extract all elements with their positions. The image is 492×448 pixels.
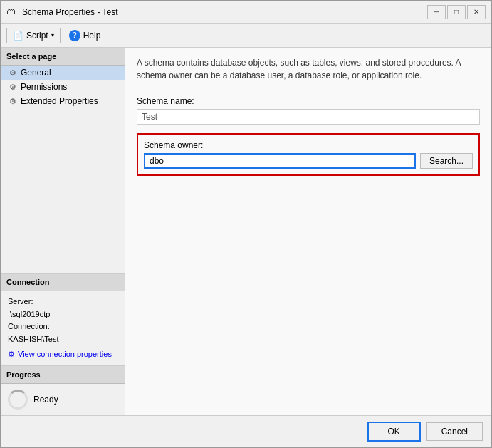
view-link-text: View connection properties bbox=[18, 348, 112, 361]
view-connection-link[interactable]: ⚙ View connection properties bbox=[8, 348, 117, 361]
progress-content: Ready bbox=[1, 384, 125, 415]
connection-section-label: Connection bbox=[1, 274, 125, 291]
chevron-down-icon: ▾ bbox=[51, 32, 54, 38]
main-window: 🗃 Schema Properties - Test ─ □ ✕ 📄 Scrip… bbox=[0, 0, 492, 448]
sidebar-item-extended-properties[interactable]: ⚙ Extended Properties bbox=[1, 94, 125, 108]
server-value: .\sql2019ctp bbox=[8, 308, 117, 321]
maximize-button[interactable]: □ bbox=[447, 5, 466, 19]
progress-spinner bbox=[8, 390, 28, 410]
sidebar-spacer bbox=[1, 108, 125, 273]
connection-label: Connection: bbox=[8, 321, 117, 333]
progress-section-label: Progress bbox=[1, 366, 125, 384]
cancel-button[interactable]: Cancel bbox=[426, 422, 483, 441]
toolbar: 📄 Script ▾ ? Help bbox=[1, 24, 491, 48]
progress-status: Ready bbox=[33, 395, 58, 405]
connection-value: KASHISH\Test bbox=[8, 333, 117, 346]
schema-name-input[interactable] bbox=[137, 109, 480, 125]
help-icon: ? bbox=[69, 30, 80, 41]
connection-content: Server: .\sql2019ctp Connection: KASHISH… bbox=[1, 291, 125, 365]
sidebar: Select a page ⚙ General ⚙ Permissions ⚙ … bbox=[1, 48, 125, 415]
main-panel: A schema contains database objects, such… bbox=[125, 48, 491, 415]
window-title: Schema Properties - Test bbox=[22, 7, 118, 17]
title-bar: 🗃 Schema Properties - Test ─ □ ✕ bbox=[1, 1, 491, 24]
select-page-label: Select a page bbox=[1, 48, 125, 66]
description-text: A schema contains database objects, such… bbox=[137, 56, 480, 88]
bottom-bar: OK Cancel bbox=[1, 415, 491, 447]
extended-icon: ⚙ bbox=[9, 97, 16, 106]
help-button[interactable]: ? Help bbox=[69, 30, 101, 41]
script-icon: 📄 bbox=[13, 31, 23, 41]
sidebar-item-general-label: General bbox=[21, 68, 51, 78]
minimize-button[interactable]: ─ bbox=[427, 5, 446, 19]
help-label: Help bbox=[83, 31, 101, 41]
permissions-icon: ⚙ bbox=[9, 83, 16, 92]
close-button[interactable]: ✕ bbox=[467, 5, 486, 19]
sidebar-item-permissions-label: Permissions bbox=[21, 82, 67, 92]
schema-owner-label: Schema owner: bbox=[144, 140, 473, 150]
script-button[interactable]: 📄 Script ▾ bbox=[6, 28, 61, 43]
title-bar-controls: ─ □ ✕ bbox=[427, 5, 486, 19]
progress-section: Progress Ready bbox=[1, 365, 125, 415]
schema-name-group: Schema name: bbox=[137, 96, 480, 125]
sidebar-item-extended-label: Extended Properties bbox=[21, 96, 98, 106]
sidebar-item-permissions[interactable]: ⚙ Permissions bbox=[1, 80, 125, 94]
sidebar-item-general[interactable]: ⚙ General bbox=[1, 66, 125, 80]
title-bar-left: 🗃 Schema Properties - Test bbox=[6, 6, 118, 18]
conn-icon: ⚙ bbox=[8, 348, 15, 361]
script-label: Script bbox=[26, 31, 48, 41]
owner-row: Search... bbox=[144, 153, 473, 169]
content-area: Select a page ⚙ General ⚙ Permissions ⚙ … bbox=[1, 48, 491, 415]
search-button[interactable]: Search... bbox=[420, 153, 473, 169]
schema-owner-input[interactable] bbox=[144, 153, 416, 169]
schema-owner-group: Schema owner: Search... bbox=[137, 133, 480, 176]
schema-name-label: Schema name: bbox=[137, 96, 480, 106]
server-label: Server: bbox=[8, 296, 117, 308]
general-icon: ⚙ bbox=[9, 68, 16, 78]
ok-button[interactable]: OK bbox=[367, 422, 421, 442]
connection-section: Connection Server: .\sql2019ctp Connecti… bbox=[1, 273, 125, 365]
window-icon: 🗃 bbox=[6, 6, 18, 18]
